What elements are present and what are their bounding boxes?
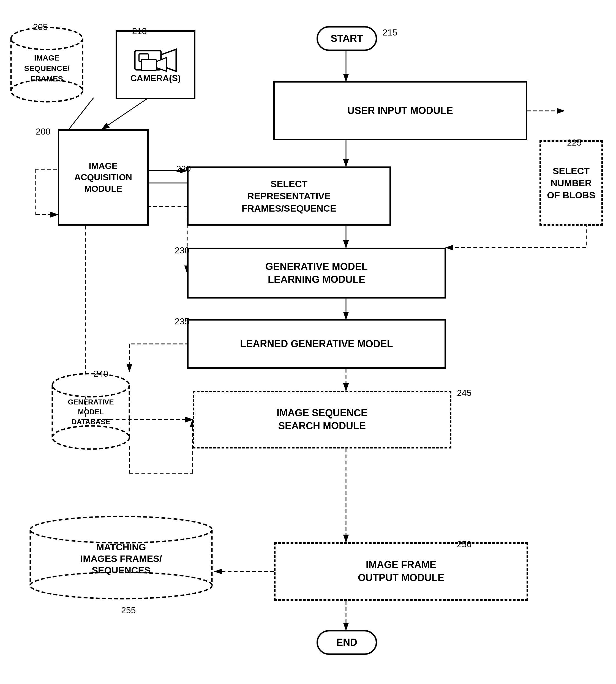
svg-text:FRAMES: FRAMES bbox=[30, 74, 63, 83]
learned-generative-label: LEARNED GENERATIVE MODEL bbox=[240, 338, 393, 350]
ref-220: 220 bbox=[176, 164, 191, 174]
cameras-label: CAMERA(S) bbox=[130, 73, 180, 84]
image-acquisition-label: IMAGE ACQUISITION MODULE bbox=[74, 160, 132, 195]
ref-225: 225 bbox=[567, 138, 581, 148]
svg-point-53 bbox=[30, 572, 212, 599]
image-frame-output-label: IMAGE FRAME OUTPUT MODULE bbox=[358, 558, 444, 585]
diagram: START 215 USER INPUT MODULE SELECT REPRE… bbox=[0, 0, 616, 684]
select-blobs-module: SELECT NUMBER OF BLOBS bbox=[540, 140, 603, 226]
svg-text:MATCHING: MATCHING bbox=[96, 542, 146, 552]
ref-255: 255 bbox=[121, 605, 136, 615]
svg-point-50 bbox=[30, 517, 212, 543]
ref-240: 240 bbox=[93, 369, 108, 379]
ref-235: 235 bbox=[175, 316, 189, 326]
matching-images-svg: MATCHING IMAGES FRAMES/ SEQUENCES bbox=[27, 515, 215, 600]
user-input-label: USER INPUT MODULE bbox=[347, 104, 453, 117]
cameras-module: CAMERA(S) bbox=[116, 30, 195, 99]
start-label: START bbox=[331, 33, 363, 44]
svg-text:IMAGES FRAMES/: IMAGES FRAMES/ bbox=[80, 553, 162, 564]
image-sequence-search: IMAGE SEQUENCE SEARCH MODULE bbox=[193, 391, 452, 449]
image-frame-output: IMAGE FRAME OUTPUT MODULE bbox=[274, 542, 528, 601]
svg-text:DATABASE: DATABASE bbox=[71, 418, 110, 426]
generative-model-learning-label: GENERATIVE MODEL LEARNING MODULE bbox=[265, 260, 368, 286]
image-seq-search-label: IMAGE SEQUENCE SEARCH MODULE bbox=[277, 407, 368, 433]
generative-model-learning: GENERATIVE MODEL LEARNING MODULE bbox=[187, 248, 446, 298]
ref-215: 215 bbox=[382, 27, 397, 38]
gen-model-db-svg: GENERATIVE MODEL DATABASE bbox=[49, 371, 132, 451]
image-sequence-frames: IMAGE SEQUENCE/ FRAMES bbox=[8, 25, 85, 105]
start-node: START bbox=[316, 26, 377, 51]
svg-text:GENERATIVE: GENERATIVE bbox=[68, 398, 114, 406]
svg-line-17 bbox=[102, 98, 149, 129]
generative-model-db: GENERATIVE MODEL DATABASE bbox=[49, 371, 132, 451]
ref-205: 205 bbox=[33, 22, 48, 32]
select-frames-label: SELECT REPRESENTATIVE FRAMES/SEQUENCE bbox=[242, 178, 336, 214]
select-blobs-label: SELECT NUMBER OF BLOBS bbox=[547, 165, 595, 201]
svg-rect-34 bbox=[141, 60, 156, 70]
ref-200: 200 bbox=[36, 127, 50, 137]
svg-text:SEQUENCE/: SEQUENCE/ bbox=[24, 64, 70, 73]
ref-245: 245 bbox=[457, 388, 471, 398]
end-label: END bbox=[336, 637, 357, 648]
learned-generative-model: LEARNED GENERATIVE MODEL bbox=[187, 319, 446, 369]
user-input-module: USER INPUT MODULE bbox=[273, 81, 527, 140]
camera-icon bbox=[133, 45, 178, 75]
matching-images: MATCHING IMAGES FRAMES/ SEQUENCES bbox=[27, 515, 215, 600]
svg-text:IMAGE: IMAGE bbox=[34, 54, 60, 62]
ref-210: 210 bbox=[132, 26, 147, 36]
svg-text:MODEL: MODEL bbox=[78, 408, 104, 416]
svg-text:SEQUENCES: SEQUENCES bbox=[92, 565, 151, 575]
svg-point-46 bbox=[52, 426, 129, 449]
ref-230: 230 bbox=[175, 246, 189, 256]
svg-point-43 bbox=[52, 374, 129, 397]
ref-250: 250 bbox=[457, 539, 471, 549]
image-acquisition-module: IMAGE ACQUISITION MODULE bbox=[58, 129, 149, 226]
select-frames-module: SELECT REPRESENTATIVE FRAMES/SEQUENCE bbox=[187, 166, 391, 226]
svg-point-39 bbox=[11, 80, 83, 102]
end-node: END bbox=[316, 630, 377, 655]
image-sequence-cylinder-svg: IMAGE SEQUENCE/ FRAMES bbox=[8, 25, 85, 105]
